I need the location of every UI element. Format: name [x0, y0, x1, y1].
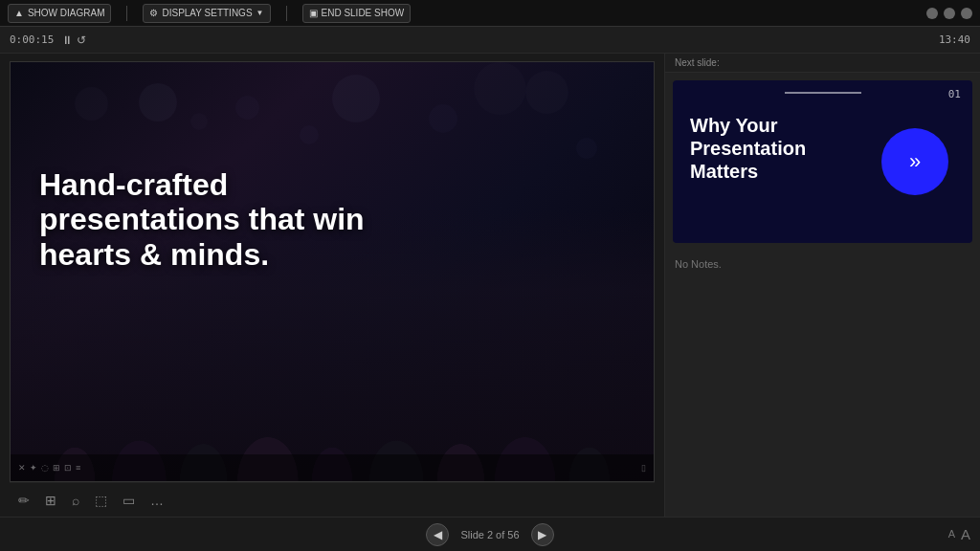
slide-tools-toolbar: ✏ ⊞ ⌕ ⬚ ▭ … — [10, 482, 655, 517]
prev-arrow-icon: ◀ — [434, 528, 442, 541]
ind-6: ≡ — [76, 463, 80, 473]
reset-icon[interactable]: ↺ — [77, 33, 86, 47]
slide-area: Hand-crafted presentations that win hear… — [0, 54, 664, 517]
more-tool[interactable]: … — [147, 490, 167, 511]
window-controls — [926, 8, 972, 19]
nsp-decoration-line — [785, 92, 861, 94]
bokeh-4 — [429, 104, 457, 133]
nsp-slide-number: 01 — [948, 88, 961, 100]
ind-1: ✕ — [18, 463, 26, 473]
diagram-icon: ▲ — [14, 8, 24, 18]
settings-icon: ⚙ — [149, 8, 158, 18]
bokeh-10 — [190, 113, 208, 130]
next-slide-header: Next slide: — [665, 54, 980, 73]
elapsed-timer: 0:00:15 — [10, 33, 54, 46]
divider — [126, 6, 127, 21]
ind-3: ◌ — [41, 463, 49, 473]
next-slide-button[interactable]: ▶ — [531, 523, 554, 546]
maximize-button[interactable] — [944, 8, 955, 19]
nsp-slide-title: Why Your Presentation Matters — [690, 114, 806, 183]
slide-container: Hand-crafted presentations that win hear… — [10, 61, 655, 482]
ind-4: ⊞ — [53, 463, 60, 473]
slide-counter: Slide 2 of 56 — [460, 529, 519, 540]
next-arrow-icon: ▶ — [538, 528, 546, 541]
presentation-toolbar: 0:00:15 ⏸ ↺ 13:40 — [0, 27, 980, 54]
next-slide-label: Next slide: — [675, 57, 720, 68]
slide-bottom-bar: ✕ ✦ ◌ ⊞ ⊡ ≡ ▯ — [11, 454, 654, 481]
grid-tool[interactable]: ⊞ — [42, 490, 59, 511]
end-icon: ▣ — [309, 8, 318, 18]
minimize-button[interactable] — [926, 8, 938, 19]
bokeh-6 — [300, 125, 319, 144]
divider2 — [286, 6, 287, 21]
nsp-arrow-icon: » — [909, 149, 921, 174]
pause-icon[interactable]: ⏸ — [61, 33, 73, 47]
right-panel: Next slide: 01 Why Your Presentation Mat… — [664, 54, 980, 517]
bokeh-3 — [332, 75, 380, 122]
bottom-navigation: ◀ Slide 2 of 56 ▶ — [0, 517, 980, 551]
search-tool[interactable]: ⌕ — [69, 490, 82, 511]
font-smaller-icon[interactable]: A — [948, 528, 955, 540]
notes-text: No Notes. — [675, 258, 722, 270]
notes-area: No Notes. — [665, 251, 980, 517]
slide-main-text: Hand-crafted presentations that win hear… — [39, 167, 393, 273]
bokeh-8 — [474, 62, 526, 115]
bokeh-5 — [525, 71, 568, 114]
timer-controls: ⏸ ↺ — [61, 33, 86, 47]
pen-tool[interactable]: ✏ — [15, 490, 33, 511]
nsp-arrow-button[interactable]: » — [881, 128, 948, 195]
slide-right-ind: ▯ — [641, 463, 646, 473]
bottom-right-controls: A A — [948, 517, 970, 551]
show-diagram-button[interactable]: ▲ SHOW DIAGRAM — [8, 4, 111, 23]
prev-slide-button[interactable]: ◀ — [426, 523, 449, 546]
photo-tool[interactable]: ▭ — [120, 490, 138, 511]
countdown-timer: 13:40 — [939, 33, 970, 46]
close-button[interactable] — [961, 8, 972, 19]
top-toolbar: ▲ SHOW DIAGRAM ⚙ DISPLAY SETTINGS ▼ ▣ EN… — [0, 0, 980, 27]
ind-5: ⊡ — [64, 463, 72, 473]
display-settings-button[interactable]: ⚙ DISPLAY SETTINGS ▼ — [143, 4, 270, 23]
main-content: Hand-crafted presentations that win hear… — [0, 54, 980, 517]
end-slide-show-button[interactable]: ▣ END SLIDE SHOW — [302, 4, 412, 23]
font-larger-icon[interactable]: A — [961, 526, 970, 542]
chevron-down-icon: ▼ — [256, 9, 264, 17]
screen-tool[interactable]: ⬚ — [92, 490, 110, 511]
next-slide-preview: 01 Why Your Presentation Matters » — [673, 80, 972, 243]
ind-2: ✦ — [30, 463, 37, 473]
slide-indicators: ✕ ✦ ◌ ⊞ ⊡ ≡ — [18, 463, 80, 473]
